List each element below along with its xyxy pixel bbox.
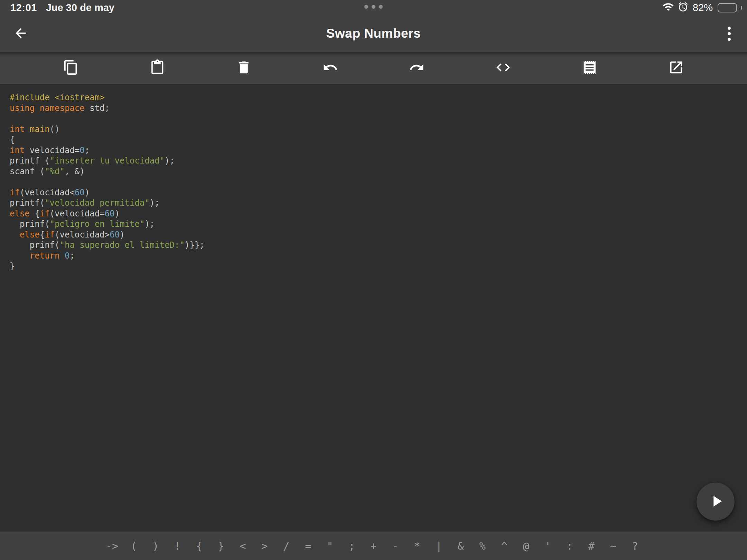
run-button[interactable] xyxy=(697,483,735,521)
code-snippets-button[interactable] xyxy=(495,59,512,77)
symbol-key[interactable]: > xyxy=(254,540,276,552)
symbol-key[interactable]: ! xyxy=(167,540,188,552)
code-line: return 0; xyxy=(10,251,740,261)
alarm-icon xyxy=(677,1,689,14)
symbol-key[interactable]: < xyxy=(232,540,254,552)
code-line: prinf("peligro en limite"); xyxy=(10,219,740,230)
symbol-key[interactable]: | xyxy=(428,540,450,552)
back-arrow-icon xyxy=(13,26,28,42)
symbol-keyboard-bar: ->()!{}<>/=";+-*|&%^@':#~? xyxy=(0,532,747,560)
wifi-icon xyxy=(662,1,674,14)
symbol-key[interactable]: : xyxy=(559,540,581,552)
symbol-key[interactable]: ? xyxy=(624,540,646,552)
code-line: printf("velocidad permitida"); xyxy=(10,198,740,208)
code-editor[interactable]: #include <iostream>using namespace std; … xyxy=(0,84,747,532)
overflow-menu-button[interactable] xyxy=(722,24,736,43)
status-bar: 12:01 Jue 30 de may 82% xyxy=(0,0,747,15)
editor-toolbar xyxy=(0,52,747,84)
undo-icon xyxy=(322,59,338,76)
code-content[interactable]: #include <iostream>using namespace std; … xyxy=(0,84,747,272)
back-button[interactable] xyxy=(11,24,30,43)
code-brackets-icon xyxy=(495,59,511,76)
symbol-key[interactable]: & xyxy=(450,540,472,552)
code-line xyxy=(10,177,740,187)
symbol-key[interactable]: @ xyxy=(515,540,537,552)
symbol-key[interactable]: ^ xyxy=(494,540,515,552)
code-line: #include <iostream> xyxy=(10,92,740,103)
symbol-key[interactable]: -> xyxy=(101,540,123,552)
symbol-key[interactable]: " xyxy=(319,540,341,552)
copy-icon xyxy=(63,59,79,76)
battery-nub xyxy=(741,6,742,10)
play-icon xyxy=(706,492,726,511)
symbol-key[interactable]: - xyxy=(385,540,406,552)
symbol-key[interactable]: / xyxy=(276,540,297,552)
paste-icon xyxy=(149,59,165,76)
open-external-button[interactable] xyxy=(667,59,685,77)
copy-button[interactable] xyxy=(62,59,80,77)
symbol-key[interactable]: ~ xyxy=(602,540,624,552)
code-line: int main() xyxy=(10,124,740,135)
code-line: else {if(velocidad=60) xyxy=(10,208,740,219)
redo-button[interactable] xyxy=(408,59,425,77)
symbol-key[interactable]: { xyxy=(188,540,210,552)
page-title: Swap Numbers xyxy=(326,26,421,41)
code-line: int velocidad=0; xyxy=(10,145,740,156)
code-line: if(velocidad<60) xyxy=(10,187,740,198)
code-line: else{if(velocidad>60) xyxy=(10,230,740,240)
code-line: prinf("ha superado el limiteD:")}}; xyxy=(10,240,740,251)
symbol-key[interactable]: ' xyxy=(537,540,559,552)
code-line: } xyxy=(10,261,740,272)
undo-button[interactable] xyxy=(322,59,339,77)
redo-icon xyxy=(409,59,425,76)
receipt-icon xyxy=(582,59,598,76)
status-time: 12:01 xyxy=(10,2,37,13)
multitasking-dots-indicator[interactable] xyxy=(365,5,383,9)
symbol-key[interactable]: ) xyxy=(145,540,167,552)
status-right: 82% xyxy=(662,0,742,15)
code-line: printf ("inserter tu velocidad"); xyxy=(10,156,740,166)
battery-percent-label: 82% xyxy=(693,2,713,13)
symbol-key[interactable]: ; xyxy=(341,540,363,552)
symbol-key[interactable]: = xyxy=(297,540,319,552)
symbol-key[interactable]: + xyxy=(363,540,385,552)
code-line: { xyxy=(10,134,740,145)
symbol-key[interactable]: # xyxy=(581,540,602,552)
open-in-new-icon xyxy=(668,59,684,76)
app-bar: Swap Numbers xyxy=(0,15,747,52)
delete-button[interactable] xyxy=(235,59,252,77)
status-left: 12:01 Jue 30 de may xyxy=(10,0,114,15)
code-line: using namespace std; xyxy=(10,103,740,114)
symbol-key[interactable]: } xyxy=(210,540,232,552)
battery-icon xyxy=(718,3,737,12)
symbol-key[interactable]: * xyxy=(406,540,428,552)
output-log-button[interactable] xyxy=(581,59,598,77)
status-date: Jue 30 de may xyxy=(46,2,114,13)
symbol-key[interactable]: ( xyxy=(123,540,145,552)
code-line: scanf ("%d", &) xyxy=(10,166,740,177)
symbol-key[interactable]: % xyxy=(472,540,494,552)
code-line xyxy=(10,113,740,124)
paste-button[interactable] xyxy=(149,59,166,77)
trash-icon xyxy=(236,59,252,76)
